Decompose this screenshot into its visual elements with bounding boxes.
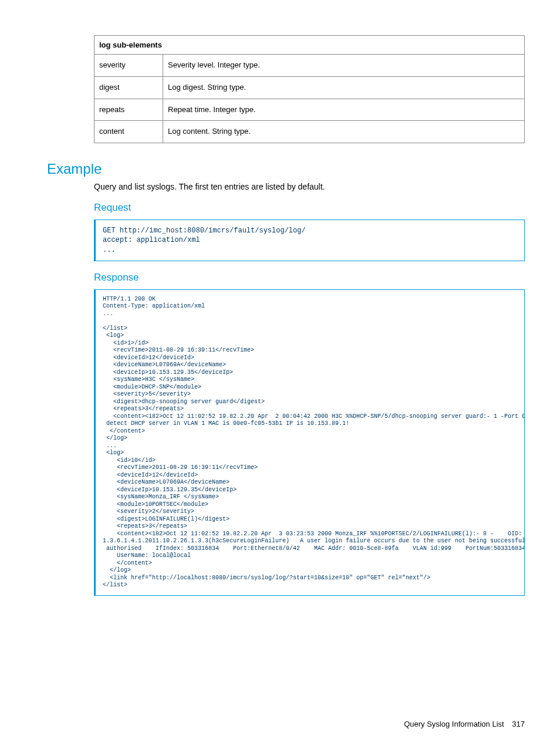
response-code-block: HTTP/1.1 200 OK Content-Type: applicatio…	[94, 289, 525, 596]
row-name: repeats	[95, 99, 163, 121]
row-desc: Log digest. String type.	[163, 76, 525, 99]
request-code-block: GET http://imc_host:8080/imcrs/fault/sys…	[94, 220, 525, 261]
table-header: log sub-elements	[95, 36, 525, 55]
footer-title: Query Syslog Information List	[404, 720, 504, 728]
table-row: content Log content. String type.	[95, 121, 525, 143]
footer-page-number: 317	[512, 720, 525, 728]
page-footer: Query Syslog Information List 317	[404, 720, 525, 728]
row-name: digest	[95, 76, 163, 99]
response-heading: Response	[94, 272, 525, 283]
table-row: digest Log digest. String type.	[95, 76, 525, 99]
example-intro: Query and list syslogs. The first ten en…	[94, 182, 525, 191]
row-name: content	[95, 121, 163, 143]
example-heading: Example	[47, 161, 525, 177]
row-desc: Log content. String type.	[163, 121, 525, 143]
row-desc: Repeat time. Integer type.	[163, 99, 525, 121]
table-row: repeats Repeat time. Integer type.	[95, 99, 525, 121]
row-desc: Severity level. Integer type.	[163, 55, 525, 77]
row-name: severity	[95, 55, 163, 77]
request-heading: Request	[94, 202, 525, 214]
table-row: severity Severity level. Integer type.	[95, 55, 525, 77]
sub-elements-table: log sub-elements severity Severity level…	[94, 35, 525, 143]
